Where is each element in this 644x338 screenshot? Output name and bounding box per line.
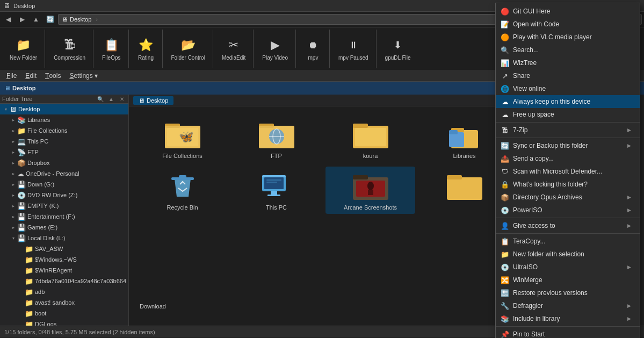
context-menu-item-icon: ↗ [500, 71, 510, 81]
sidebar-item[interactable]: 📁boot [0, 308, 128, 319]
context-menu-item[interactable]: 🔀WinMerge [496, 274, 640, 286]
new-folder-button[interactable]: 📁 New Folder [6, 35, 40, 62]
address-bar[interactable]: 🖥 Desktop › [58, 14, 559, 25]
sidebar-item[interactable]: ▸☁OneDrive - Personal [0, 168, 128, 179]
svg-rect-29 [264, 177, 284, 189]
context-menu-item[interactable]: 🌐View online [496, 82, 640, 95]
context-menu-item[interactable]: 🗜7-Zip▶ [496, 124, 640, 136]
tree-folder-icon: 💾 [17, 224, 26, 232]
sidebar-close-btn[interactable]: ✕ [118, 95, 126, 103]
context-menu-item[interactable]: 🔍Search... [496, 44, 640, 56]
mediaedit-button[interactable]: ✂ MediaEdit [219, 35, 249, 62]
context-menu-item[interactable]: 🔙Restore previous versions [496, 286, 640, 299]
back-button[interactable]: ◀ [2, 14, 14, 25]
context-menu-item[interactable]: 📦Directory Opus Archives▶ [496, 191, 640, 204]
tree-folder-icon: 📁 [25, 288, 33, 296]
context-menu-item-icon: 🔧 [500, 301, 510, 311]
mpv-paused-button[interactable]: ⏸ mpv Paused [335, 35, 372, 62]
sidebar-item[interactable]: ▸💿DVD RW Drive (Z:) [0, 190, 128, 200]
rating-button[interactable]: ⭐ Rating [134, 35, 158, 62]
play-video-icon: ▶ [266, 37, 284, 54]
menu-tools[interactable]: Tools [41, 70, 65, 82]
sidebar-item[interactable]: ▸💾Down (G:) [0, 179, 128, 190]
list-item[interactable]: Recycle Bin [138, 167, 227, 214]
play-video-button[interactable]: ▶ Play Video [259, 35, 291, 62]
sidebar-search-btn[interactable]: 🔍 [96, 95, 105, 103]
title-icon: 🖥 [3, 2, 10, 10]
context-menu-item[interactable]: 🟠Play with VLC media player [496, 31, 640, 44]
context-menu-item[interactable]: 📌Pin to Start [496, 328, 640, 338]
tree-expander: ▸ [10, 170, 17, 177]
list-item[interactable]: FTP [231, 115, 321, 162]
context-menu-item[interactable]: 🔧Defraggler▶ [496, 299, 640, 312]
context-menu-item[interactable]: 🔄Sync or Backup this folder▶ [496, 139, 640, 152]
sidebar-item[interactable]: ▸📁File Collections [0, 125, 128, 136]
sidebar-item[interactable]: ▾💾Local Disk (L:) [0, 233, 128, 243]
list-item[interactable]: 🦋 File Collections [138, 115, 227, 162]
list-item[interactable]: Arcane Screenshots [325, 167, 415, 214]
context-menu-item-icon: ☁ [500, 97, 510, 106]
context-menu-item-label: Directory Opus Archives [513, 193, 624, 201]
sidebar-up-btn[interactable]: ▲ [107, 95, 115, 103]
refresh-button[interactable]: 🔄 [44, 14, 56, 25]
sidebar-item[interactable]: ▸📦Dropbox [0, 157, 128, 168]
list-item[interactable]: This PC [231, 167, 321, 214]
context-menu-item[interactable]: 📁New folder with selection [496, 248, 640, 261]
folder-control-button[interactable]: 📂 Folder Control [168, 35, 208, 62]
context-menu-item[interactable]: 🔒What's locking this folder? [496, 178, 640, 191]
context-menu-item-icon: 🗜 [500, 125, 510, 135]
tree-item-label: DGLogs [35, 321, 56, 326]
context-menu-item[interactable]: ↗Share [496, 69, 640, 82]
sidebar-item[interactable]: ▾🖥Desktop [0, 104, 128, 114]
menu-settings[interactable]: Settings ▾ [65, 70, 102, 82]
sidebar-item[interactable]: ▸📡FTP [0, 147, 128, 157]
toolbar-playvideo-group: ▶ Play Video [255, 30, 296, 68]
forward-button[interactable]: ▶ [16, 14, 28, 25]
ytdl-button[interactable]: ⬇ gpuDL File [382, 35, 414, 62]
context-menu-item[interactable]: 📝Open with Code [496, 18, 640, 31]
context-menu-item[interactable]: 📊WizTree [496, 56, 640, 69]
context-menu-item[interactable]: 👤Give access to▶ [496, 219, 640, 232]
sidebar-item[interactable]: 📁$Windows.~WS [0, 254, 128, 265]
context-menu-item[interactable]: 📤Send a copy... [496, 152, 640, 165]
sidebar-item[interactable]: 📁DGLogs [0, 319, 128, 326]
list-item[interactable]: koura [325, 115, 415, 162]
sidebar-item[interactable]: ▸💾Games (E:) [0, 222, 128, 233]
context-menu-item[interactable]: 🔴Git GUI Here [496, 5, 640, 18]
mpv-button[interactable]: ⏺ mpv [301, 35, 325, 62]
sidebar-item[interactable]: ▸💾Entertainment (F:) [0, 211, 128, 222]
rating-label: Rating [138, 55, 154, 61]
context-menu-item[interactable]: ☁Always keep on this device [496, 95, 640, 108]
context-menu-item[interactable]: 📚Include in library▶ [496, 312, 640, 325]
download-label: Download [140, 303, 166, 310]
sidebar-item[interactable]: 📁adb [0, 286, 128, 297]
sidebar-item[interactable]: ▸💾EMPTY (K:) [0, 200, 128, 211]
context-menu-item[interactable]: 💿PowerISO▶ [496, 204, 640, 217]
sidebar-item[interactable]: ▸📚Libraries [0, 114, 128, 125]
context-menu-item[interactable]: 📋TeraCopy... [496, 235, 640, 248]
rating-icon: ⭐ [138, 37, 155, 54]
tree-item-label: $Windows.~WS [35, 256, 77, 263]
tree-item-label: adb [35, 289, 45, 295]
sidebar-item[interactable]: 📁avast! sandbox [0, 297, 128, 308]
menu-edit[interactable]: Edit [21, 70, 41, 82]
tree-folder-icon: 📡 [17, 148, 26, 156]
sidebar-item[interactable]: ▸💻This PC [0, 136, 128, 147]
context-menu-item[interactable]: 💿UltraISO▶ [496, 261, 640, 274]
up-button[interactable]: ▲ [30, 14, 42, 25]
toolbar-mpv-group: ⏺ mpv [297, 30, 330, 68]
submenu-arrow-icon: ▶ [627, 303, 631, 308]
fileops-button[interactable]: 📋 FileOps [99, 35, 124, 62]
context-menu-item-icon: 🔍 [500, 45, 510, 55]
tree-folder-icon: 📁 [25, 310, 33, 318]
menu-file[interactable]: File [2, 70, 21, 82]
context-menu-item[interactable]: ☁Free up space [496, 108, 640, 121]
tree-folder-icon: 💾 [17, 181, 26, 189]
sidebar-item[interactable]: 📁SAV_ASW [0, 243, 128, 254]
svg-rect-40 [447, 177, 482, 200]
sidebar-item[interactable]: 📁$WinREAgent [0, 265, 128, 276]
tree-item-label: FTP [27, 149, 39, 155]
compression-button[interactable]: 🗜 Compression [50, 35, 89, 62]
sidebar-item[interactable]: 📁7dbda76a0104ca92a48c7a03b664 [0, 276, 128, 286]
context-menu-item[interactable]: 🛡Scan with Microsoft Defender... [496, 165, 640, 178]
